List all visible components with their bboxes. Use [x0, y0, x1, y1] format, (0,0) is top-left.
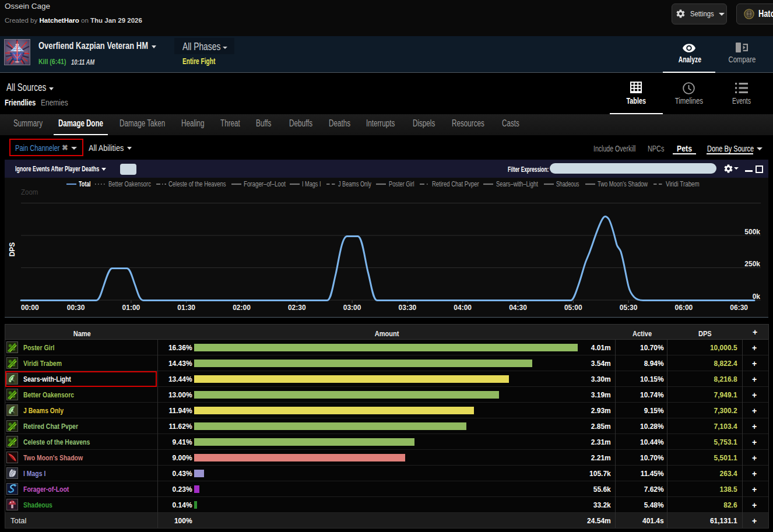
svg-text:02:30: 02:30: [288, 304, 306, 312]
svg-text:01:00: 01:00: [122, 304, 140, 312]
svg-text:00:00: 00:00: [21, 304, 39, 312]
svg-text:06:30: 06:30: [730, 304, 748, 312]
svg-text:500k: 500k: [744, 228, 760, 236]
svg-text:00:30: 00:30: [67, 304, 85, 312]
svg-text:06:00: 06:00: [675, 304, 693, 312]
svg-text:03:00: 03:00: [343, 304, 361, 312]
svg-text:04:30: 04:30: [509, 304, 527, 312]
svg-text:02:00: 02:00: [233, 304, 251, 312]
svg-text:0k: 0k: [753, 293, 761, 301]
svg-text:04:00: 04:00: [454, 304, 472, 312]
svg-text:05:00: 05:00: [564, 304, 582, 312]
svg-text:03:30: 03:30: [399, 304, 417, 312]
svg-text:05:30: 05:30: [620, 304, 638, 312]
svg-text:01:30: 01:30: [177, 304, 195, 312]
svg-text:250k: 250k: [744, 260, 760, 268]
